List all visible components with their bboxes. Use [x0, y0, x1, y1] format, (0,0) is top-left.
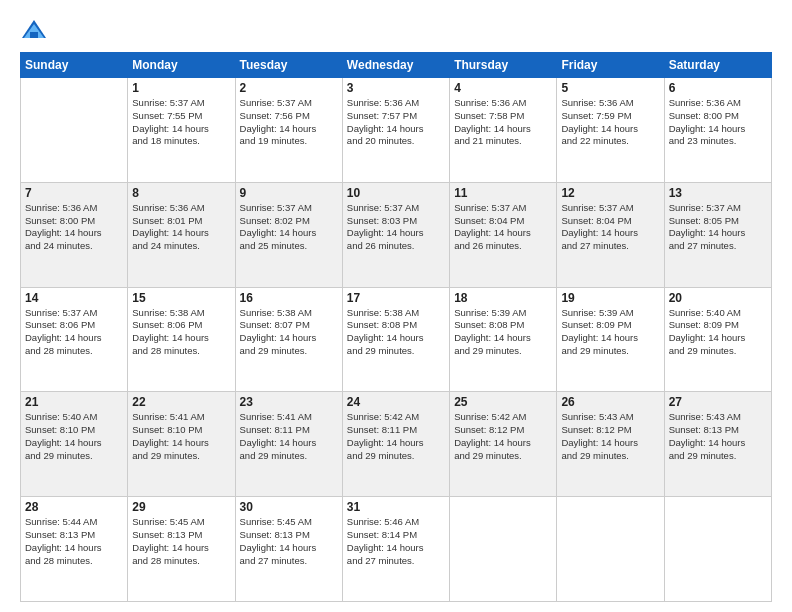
- cell-details: Sunrise: 5:36 AMSunset: 8:00 PMDaylight:…: [25, 202, 123, 253]
- calendar-cell: 27Sunrise: 5:43 AMSunset: 8:13 PMDayligh…: [664, 392, 771, 497]
- day-number: 11: [454, 186, 552, 200]
- day-header-friday: Friday: [557, 53, 664, 78]
- calendar-week-3: 14Sunrise: 5:37 AMSunset: 8:06 PMDayligh…: [21, 287, 772, 392]
- cell-details: Sunrise: 5:42 AMSunset: 8:12 PMDaylight:…: [454, 411, 552, 462]
- calendar-week-2: 7Sunrise: 5:36 AMSunset: 8:00 PMDaylight…: [21, 182, 772, 287]
- cell-details: Sunrise: 5:36 AMSunset: 7:59 PMDaylight:…: [561, 97, 659, 148]
- calendar-cell: 6Sunrise: 5:36 AMSunset: 8:00 PMDaylight…: [664, 78, 771, 183]
- day-header-monday: Monday: [128, 53, 235, 78]
- cell-details: Sunrise: 5:38 AMSunset: 8:06 PMDaylight:…: [132, 307, 230, 358]
- cell-details: Sunrise: 5:43 AMSunset: 8:13 PMDaylight:…: [669, 411, 767, 462]
- cell-details: Sunrise: 5:37 AMSunset: 8:06 PMDaylight:…: [25, 307, 123, 358]
- day-number: 1: [132, 81, 230, 95]
- day-number: 8: [132, 186, 230, 200]
- calendar-cell: [21, 78, 128, 183]
- day-number: 15: [132, 291, 230, 305]
- day-number: 17: [347, 291, 445, 305]
- cell-details: Sunrise: 5:37 AMSunset: 7:55 PMDaylight:…: [132, 97, 230, 148]
- day-number: 30: [240, 500, 338, 514]
- day-number: 14: [25, 291, 123, 305]
- calendar-cell: 12Sunrise: 5:37 AMSunset: 8:04 PMDayligh…: [557, 182, 664, 287]
- calendar-cell: 10Sunrise: 5:37 AMSunset: 8:03 PMDayligh…: [342, 182, 449, 287]
- day-header-sunday: Sunday: [21, 53, 128, 78]
- day-header-tuesday: Tuesday: [235, 53, 342, 78]
- cell-details: Sunrise: 5:45 AMSunset: 8:13 PMDaylight:…: [240, 516, 338, 567]
- calendar-cell: 25Sunrise: 5:42 AMSunset: 8:12 PMDayligh…: [450, 392, 557, 497]
- calendar-cell: 21Sunrise: 5:40 AMSunset: 8:10 PMDayligh…: [21, 392, 128, 497]
- calendar-week-5: 28Sunrise: 5:44 AMSunset: 8:13 PMDayligh…: [21, 497, 772, 602]
- logo-icon: [20, 16, 48, 44]
- day-number: 25: [454, 395, 552, 409]
- cell-details: Sunrise: 5:36 AMSunset: 8:00 PMDaylight:…: [669, 97, 767, 148]
- cell-details: Sunrise: 5:37 AMSunset: 8:04 PMDaylight:…: [454, 202, 552, 253]
- calendar-cell: [664, 497, 771, 602]
- cell-details: Sunrise: 5:36 AMSunset: 7:57 PMDaylight:…: [347, 97, 445, 148]
- page: SundayMondayTuesdayWednesdayThursdayFrid…: [0, 0, 792, 612]
- day-number: 4: [454, 81, 552, 95]
- day-number: 28: [25, 500, 123, 514]
- day-number: 29: [132, 500, 230, 514]
- day-number: 31: [347, 500, 445, 514]
- day-number: 6: [669, 81, 767, 95]
- calendar-cell: 20Sunrise: 5:40 AMSunset: 8:09 PMDayligh…: [664, 287, 771, 392]
- cell-details: Sunrise: 5:37 AMSunset: 7:56 PMDaylight:…: [240, 97, 338, 148]
- calendar-header-row: SundayMondayTuesdayWednesdayThursdayFrid…: [21, 53, 772, 78]
- cell-details: Sunrise: 5:39 AMSunset: 8:08 PMDaylight:…: [454, 307, 552, 358]
- day-number: 7: [25, 186, 123, 200]
- calendar-cell: 13Sunrise: 5:37 AMSunset: 8:05 PMDayligh…: [664, 182, 771, 287]
- cell-details: Sunrise: 5:46 AMSunset: 8:14 PMDaylight:…: [347, 516, 445, 567]
- cell-details: Sunrise: 5:37 AMSunset: 8:02 PMDaylight:…: [240, 202, 338, 253]
- calendar-cell: 11Sunrise: 5:37 AMSunset: 8:04 PMDayligh…: [450, 182, 557, 287]
- cell-details: Sunrise: 5:39 AMSunset: 8:09 PMDaylight:…: [561, 307, 659, 358]
- calendar-week-4: 21Sunrise: 5:40 AMSunset: 8:10 PMDayligh…: [21, 392, 772, 497]
- calendar-cell: 9Sunrise: 5:37 AMSunset: 8:02 PMDaylight…: [235, 182, 342, 287]
- day-number: 3: [347, 81, 445, 95]
- day-number: 27: [669, 395, 767, 409]
- calendar-cell: [450, 497, 557, 602]
- cell-details: Sunrise: 5:41 AMSunset: 8:10 PMDaylight:…: [132, 411, 230, 462]
- calendar-cell: 14Sunrise: 5:37 AMSunset: 8:06 PMDayligh…: [21, 287, 128, 392]
- header: [20, 16, 772, 44]
- calendar-cell: 16Sunrise: 5:38 AMSunset: 8:07 PMDayligh…: [235, 287, 342, 392]
- day-number: 16: [240, 291, 338, 305]
- cell-details: Sunrise: 5:45 AMSunset: 8:13 PMDaylight:…: [132, 516, 230, 567]
- day-number: 9: [240, 186, 338, 200]
- calendar-cell: 22Sunrise: 5:41 AMSunset: 8:10 PMDayligh…: [128, 392, 235, 497]
- day-number: 2: [240, 81, 338, 95]
- cell-details: Sunrise: 5:40 AMSunset: 8:10 PMDaylight:…: [25, 411, 123, 462]
- cell-details: Sunrise: 5:37 AMSunset: 8:03 PMDaylight:…: [347, 202, 445, 253]
- day-number: 18: [454, 291, 552, 305]
- cell-details: Sunrise: 5:37 AMSunset: 8:04 PMDaylight:…: [561, 202, 659, 253]
- day-header-saturday: Saturday: [664, 53, 771, 78]
- calendar-cell: 2Sunrise: 5:37 AMSunset: 7:56 PMDaylight…: [235, 78, 342, 183]
- day-number: 21: [25, 395, 123, 409]
- day-number: 10: [347, 186, 445, 200]
- cell-details: Sunrise: 5:43 AMSunset: 8:12 PMDaylight:…: [561, 411, 659, 462]
- calendar-cell: 17Sunrise: 5:38 AMSunset: 8:08 PMDayligh…: [342, 287, 449, 392]
- cell-details: Sunrise: 5:38 AMSunset: 8:08 PMDaylight:…: [347, 307, 445, 358]
- cell-details: Sunrise: 5:36 AMSunset: 7:58 PMDaylight:…: [454, 97, 552, 148]
- day-number: 19: [561, 291, 659, 305]
- calendar-cell: 18Sunrise: 5:39 AMSunset: 8:08 PMDayligh…: [450, 287, 557, 392]
- day-number: 5: [561, 81, 659, 95]
- cell-details: Sunrise: 5:40 AMSunset: 8:09 PMDaylight:…: [669, 307, 767, 358]
- calendar-cell: 7Sunrise: 5:36 AMSunset: 8:00 PMDaylight…: [21, 182, 128, 287]
- calendar-cell: 26Sunrise: 5:43 AMSunset: 8:12 PMDayligh…: [557, 392, 664, 497]
- calendar-table: SundayMondayTuesdayWednesdayThursdayFrid…: [20, 52, 772, 602]
- cell-details: Sunrise: 5:41 AMSunset: 8:11 PMDaylight:…: [240, 411, 338, 462]
- calendar-cell: 23Sunrise: 5:41 AMSunset: 8:11 PMDayligh…: [235, 392, 342, 497]
- cell-details: Sunrise: 5:38 AMSunset: 8:07 PMDaylight:…: [240, 307, 338, 358]
- calendar-cell: 31Sunrise: 5:46 AMSunset: 8:14 PMDayligh…: [342, 497, 449, 602]
- svg-rect-2: [30, 32, 38, 38]
- calendar-cell: 1Sunrise: 5:37 AMSunset: 7:55 PMDaylight…: [128, 78, 235, 183]
- calendar-cell: 28Sunrise: 5:44 AMSunset: 8:13 PMDayligh…: [21, 497, 128, 602]
- day-number: 20: [669, 291, 767, 305]
- calendar-cell: 3Sunrise: 5:36 AMSunset: 7:57 PMDaylight…: [342, 78, 449, 183]
- day-number: 13: [669, 186, 767, 200]
- calendar-cell: [557, 497, 664, 602]
- day-number: 24: [347, 395, 445, 409]
- cell-details: Sunrise: 5:44 AMSunset: 8:13 PMDaylight:…: [25, 516, 123, 567]
- calendar-cell: 5Sunrise: 5:36 AMSunset: 7:59 PMDaylight…: [557, 78, 664, 183]
- cell-details: Sunrise: 5:37 AMSunset: 8:05 PMDaylight:…: [669, 202, 767, 253]
- calendar-cell: 15Sunrise: 5:38 AMSunset: 8:06 PMDayligh…: [128, 287, 235, 392]
